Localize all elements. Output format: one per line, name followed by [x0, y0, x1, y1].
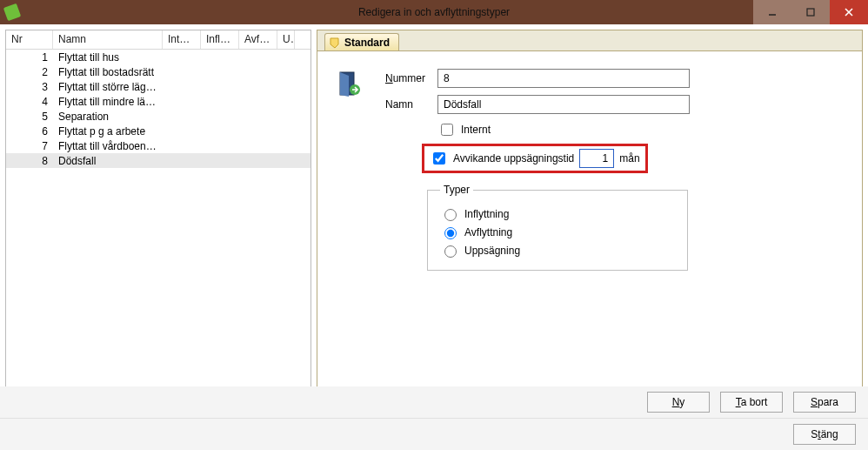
cell-nr: 3	[6, 80, 53, 94]
window-controls	[753, 0, 868, 24]
col-avflytt[interactable]: Avflytt...	[239, 30, 277, 49]
cell-namn: Dödsfall	[53, 154, 163, 168]
radio-row-inflyttning: Inflyttning	[440, 206, 675, 221]
label-internt[interactable]: Internt	[461, 124, 491, 136]
tab-standard[interactable]: Standard	[324, 33, 399, 50]
group-typer: Typer Inflyttning Avflyttning Uppsägning	[427, 184, 688, 271]
cell-nr: 6	[6, 124, 53, 138]
col-internt[interactable]: Internt	[163, 30, 201, 49]
input-namn[interactable]	[437, 95, 690, 114]
button-tabort[interactable]: Ta bort	[720, 392, 783, 413]
window-close[interactable]	[830, 0, 868, 24]
button-spara[interactable]: Spara	[793, 392, 856, 413]
label-nummer: Nummer	[385, 72, 437, 84]
col-nr[interactable]: Nr	[6, 30, 53, 49]
radio-inflyttning[interactable]	[444, 209, 457, 221]
cell-nr: 1	[6, 50, 53, 64]
cell-namn: Flyttat p g a arbete	[53, 124, 163, 138]
cell-namn: Flyttat till vårdboende	[53, 139, 163, 153]
row-nummer: Nummer	[385, 69, 843, 88]
highlight-avvikande: Avvikande uppsägningstid mån	[422, 144, 648, 173]
form: Nummer Namn Internt Avvikande uppsägning…	[385, 69, 843, 271]
button-ny[interactable]: Ny	[647, 392, 710, 413]
col-inflytt[interactable]: Inflytt...	[201, 30, 239, 49]
row-avvikande: Avvikande uppsägningstid mån	[422, 144, 843, 173]
button-row-actions: Ny Ta bort Spara	[0, 386, 868, 418]
client-area: Nr Namn Internt Inflytt... Avflytt... U …	[0, 24, 868, 412]
tab-standard-label: Standard	[344, 37, 390, 49]
cell-nr: 7	[6, 139, 53, 153]
col-u[interactable]: U	[277, 30, 295, 49]
window-minimize[interactable]	[753, 0, 791, 24]
cell-namn: Separation	[53, 110, 163, 124]
window-title: Redigera in och avflyttningstyper	[358, 6, 510, 18]
door-icon	[337, 71, 361, 98]
row-namn: Namn	[385, 95, 843, 114]
types-table: Nr Namn Internt Inflytt... Avflytt... U …	[5, 30, 311, 406]
svg-rect-1	[807, 9, 814, 16]
checkbox-avvikande[interactable]	[433, 152, 445, 165]
table-row[interactable]: 1Flyttat till hus	[6, 50, 310, 64]
input-avvikande-months[interactable]	[579, 149, 614, 168]
cell-namn: Flyttat till bostadsrätt	[53, 65, 163, 79]
table-row[interactable]: 2Flyttat till bostadsrätt	[6, 64, 310, 79]
label-avvikande-unit: mån	[619, 152, 639, 165]
radio-row-uppsagning: Uppsägning	[440, 243, 675, 258]
radio-row-avflyttning: Avflyttning	[440, 225, 675, 239]
tab-standard-icon	[329, 37, 341, 49]
svg-marker-5	[340, 72, 349, 97]
button-stang[interactable]: Stäng	[793, 424, 856, 445]
radio-avflyttning[interactable]	[444, 227, 457, 239]
table-header: Nr Namn Internt Inflytt... Avflytt... U	[6, 30, 310, 50]
radio-uppsagning[interactable]	[444, 245, 457, 258]
checkbox-internt[interactable]	[441, 124, 453, 136]
window-maximize[interactable]	[791, 0, 830, 24]
table-row[interactable]: 8Dödsfall	[6, 153, 310, 168]
label-uppsagning[interactable]: Uppsägning	[464, 245, 520, 257]
cell-namn: Flyttat till hus	[53, 50, 163, 64]
table-body[interactable]: 1Flyttat till hus2Flyttat till bostadsrä…	[6, 50, 310, 391]
label-avvikande[interactable]: Avvikande uppsägningstid	[453, 152, 574, 165]
table-row[interactable]: 5Separation	[6, 109, 310, 124]
input-nummer[interactable]	[437, 69, 690, 88]
window-titlebar: Redigera in och avflyttningstyper	[0, 0, 868, 24]
bottom-area: Ny Ta bort Spara Stäng	[0, 386, 868, 450]
legend-typer: Typer	[440, 184, 473, 196]
cell-namn: Flyttat till mindre läge...	[53, 95, 163, 109]
cell-nr: 2	[6, 65, 53, 79]
detail-body: Nummer Namn Internt Avvikande uppsägning…	[317, 50, 863, 406]
col-namn[interactable]: Namn	[53, 30, 163, 49]
label-inflyttning[interactable]: Inflyttning	[464, 208, 509, 220]
app-icon	[3, 3, 22, 22]
table-row[interactable]: 3Flyttat till större lägen...	[6, 79, 310, 94]
cell-nr: 5	[6, 110, 53, 124]
row-internt: Internt	[437, 121, 843, 138]
table-row[interactable]: 6Flyttat p g a arbete	[6, 124, 310, 138]
button-row-close: Stäng	[0, 418, 868, 450]
cell-nr: 4	[6, 95, 53, 109]
tabstrip: Standard	[317, 30, 863, 50]
cell-nr: 8	[6, 154, 53, 168]
table-row[interactable]: 4Flyttat till mindre läge...	[6, 94, 310, 109]
table-row[interactable]: 7Flyttat till vårdboende	[6, 138, 310, 153]
cell-namn: Flyttat till större lägen...	[53, 80, 163, 94]
label-avflyttning[interactable]: Avflyttning	[464, 226, 512, 238]
detail-panel: Standard Nummer Namn	[317, 30, 863, 406]
label-namn: Namn	[385, 98, 437, 111]
